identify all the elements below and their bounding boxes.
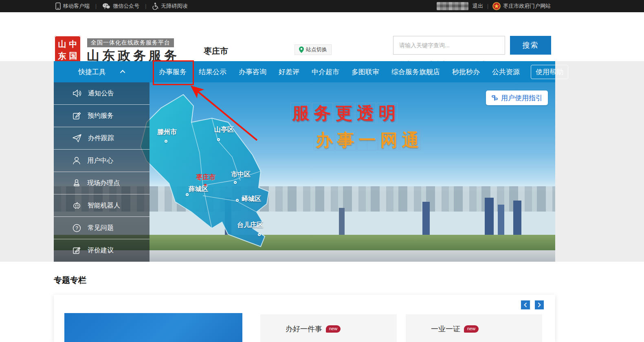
nav-item-haochaping[interactable]: 好差评 bbox=[273, 67, 306, 77]
sidebar-item-label: 现场办理点 bbox=[87, 179, 120, 188]
building bbox=[498, 205, 504, 236]
topic-card-national-platform[interactable]: 全国一体化政务服务平台 bbox=[64, 313, 242, 342]
map-label-zaozhuang-city[interactable]: 枣庄市 bbox=[196, 173, 215, 182]
seal-char: 东 bbox=[58, 51, 66, 60]
sidebar-item-faq[interactable]: ? 常见问题 bbox=[54, 217, 149, 239]
question-icon: ? bbox=[73, 224, 81, 232]
quick-tools-toggle[interactable]: 快捷工具 bbox=[54, 61, 149, 82]
building bbox=[513, 201, 521, 236]
top-utility-bar: 移动客户端 | 微信公众号 | 无障碍阅读 退出 | 枣庄市政府门户网站 bbox=[0, 0, 644, 12]
site-switch-button[interactable]: 站点切换 bbox=[295, 44, 332, 55]
map-label-xuecheng[interactable]: 薛城区 bbox=[189, 185, 208, 194]
quick-tools-label: 快捷工具 bbox=[78, 67, 106, 77]
carousel-prev-button[interactable] bbox=[521, 300, 530, 309]
search-input[interactable] bbox=[393, 36, 505, 55]
chevron-up-icon bbox=[120, 70, 125, 75]
divider: | bbox=[145, 3, 146, 9]
chevron-left-icon bbox=[523, 302, 528, 307]
map-label-tengzhou[interactable]: 滕州市 bbox=[157, 128, 177, 137]
seal-char: 中 bbox=[69, 40, 77, 49]
nav-item-gonggong-ziyuan[interactable]: 公共资源 bbox=[486, 67, 526, 77]
map-dot bbox=[258, 233, 261, 236]
platform-badge: 全国一体化在线政务服务平台 bbox=[87, 38, 174, 47]
feedback-icon bbox=[73, 246, 81, 255]
svg-text:?: ? bbox=[75, 225, 78, 231]
accessibility-label: 无障碍阅读 bbox=[161, 2, 187, 10]
wechat-icon bbox=[102, 3, 110, 9]
booking-icon bbox=[73, 112, 81, 120]
topic-card-one-thing[interactable]: 办好一件事 new bbox=[260, 314, 397, 342]
sidebar-item-label: 用户中心 bbox=[87, 157, 113, 165]
sidebar-item-booking[interactable]: 预约服务 bbox=[54, 105, 149, 127]
nav-item-duotu-lianshen[interactable]: 多图联审 bbox=[345, 67, 385, 77]
nav-item-zonghe-qijiandian[interactable]: 综合服务旗舰店 bbox=[385, 67, 446, 77]
main-nav: 快捷工具 办事服务 结果公示 办事咨询 好差评 中介超市 多图联审 综合服务旗舰… bbox=[54, 61, 555, 82]
map-label-shanting[interactable]: 山亭区 bbox=[214, 126, 234, 134]
topic-card-title: 一业一证 bbox=[431, 324, 460, 334]
nav-item-miaopi-miaoban[interactable]: 秒批秒办 bbox=[446, 67, 486, 77]
map-label-taierzhuang[interactable]: 台儿庄区 bbox=[237, 221, 263, 229]
wechat-link[interactable]: 微信公众号 bbox=[102, 2, 139, 10]
search-button[interactable]: 搜索 bbox=[510, 36, 551, 55]
map-dot bbox=[217, 138, 220, 141]
onsite-stamp-icon bbox=[73, 179, 81, 188]
mobile-icon bbox=[55, 2, 61, 10]
sidebar-item-tracking[interactable]: 办件跟踪 bbox=[54, 127, 149, 150]
site-header: 山 中 东 国 全国一体化在线政务服务平台 山东政务服务 枣庄市 站点切换 搜索… bbox=[0, 12, 644, 61]
user-guide-button[interactable]: 用户使用指引 bbox=[486, 90, 548, 105]
topic-card-one-license[interactable]: 一业一证 new bbox=[406, 314, 542, 342]
sidebar-item-feedback[interactable]: 评价建议 bbox=[54, 239, 149, 262]
sidebar-item-label: 评价建议 bbox=[88, 246, 114, 255]
mobile-app-link[interactable]: 移动客户端 bbox=[55, 2, 90, 10]
map-dot bbox=[165, 140, 167, 143]
map-label-yicheng[interactable]: 峄城区 bbox=[242, 195, 261, 203]
accessibility-link[interactable]: 无障碍阅读 bbox=[152, 2, 187, 10]
sidebar-item-label: 智能机器人 bbox=[88, 201, 120, 210]
site-switch-label: 站点切换 bbox=[306, 46, 327, 53]
seal-char: 国 bbox=[69, 51, 77, 60]
nav-item-banshi-fuwu[interactable]: 办事服务 bbox=[153, 67, 193, 77]
building bbox=[485, 198, 494, 236]
map-label-shizhong[interactable]: 市中区 bbox=[231, 170, 251, 179]
map-dot bbox=[186, 193, 189, 196]
sidebar-item-notices[interactable]: 通知公告 bbox=[54, 82, 149, 105]
accessibility-icon bbox=[152, 2, 158, 10]
user-icon bbox=[73, 157, 81, 165]
sidebar-item-label: 预约服务 bbox=[88, 112, 114, 120]
divider: | bbox=[95, 3, 97, 9]
nav-item-banshi-zixun[interactable]: 办事咨询 bbox=[233, 67, 273, 77]
gov-portal-link[interactable]: 枣庄市政府门户网站 bbox=[492, 2, 551, 10]
topics-section-title: 专题专栏 bbox=[54, 275, 86, 286]
sidebar-item-label: 办件跟踪 bbox=[88, 134, 114, 143]
robot-icon bbox=[73, 201, 81, 210]
nav-item-jieguo-gongshi[interactable]: 结果公示 bbox=[193, 67, 233, 77]
topic-card-title: 办好一件事 bbox=[286, 324, 322, 334]
building bbox=[422, 202, 430, 236]
sidebar-item-label: 常见问题 bbox=[88, 224, 114, 232]
sidebar-item-label: 通知公告 bbox=[88, 89, 114, 98]
seal-char: 山 bbox=[58, 40, 66, 49]
nav-item-shiyong-bangzhu[interactable]: 使用帮助 bbox=[531, 65, 568, 79]
chevron-right-icon bbox=[537, 302, 541, 307]
location-pin-icon bbox=[299, 46, 304, 53]
page: 移动客户端 | 微信公众号 | 无障碍阅读 退出 | 枣庄市政府门户网站 bbox=[0, 0, 644, 342]
current-city: 枣庄市 bbox=[204, 46, 228, 57]
carousel-next-button[interactable] bbox=[535, 300, 544, 309]
nav-item-zhongjie-chaoshi[interactable]: 中介超市 bbox=[306, 67, 345, 77]
logout-link[interactable]: 退出 bbox=[473, 2, 483, 10]
sidebar-item-onsite-points[interactable]: 现场办理点 bbox=[54, 172, 149, 194]
building bbox=[339, 208, 345, 236]
topics-card-container: 全国一体化政务服务平台 办好一件事 new 一业一证 new bbox=[54, 295, 555, 342]
redacted-username bbox=[437, 2, 468, 10]
sidebar-item-robot[interactable]: 智能机器人 bbox=[54, 194, 149, 217]
divider: | bbox=[487, 3, 488, 9]
national-emblem-icon bbox=[492, 2, 501, 10]
sidebar-item-user-center[interactable]: 用户中心 bbox=[54, 150, 149, 172]
user-guide-label: 用户使用指引 bbox=[501, 93, 543, 103]
map-dot bbox=[236, 199, 239, 202]
slogan-line1: 服务更透明 bbox=[290, 103, 398, 124]
map-dot bbox=[234, 181, 237, 184]
wechat-label: 微信公众号 bbox=[113, 2, 139, 10]
logout-label: 退出 bbox=[473, 2, 483, 10]
new-badge: new bbox=[464, 325, 479, 332]
